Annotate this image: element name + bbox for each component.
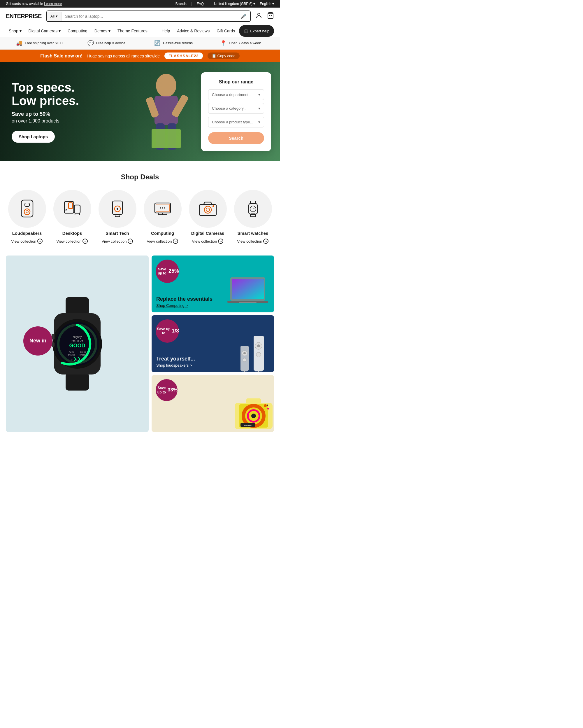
cart-icon[interactable]	[267, 12, 274, 20]
deal-smart-watches-link[interactable]: View collection →	[237, 239, 269, 244]
svg-rect-70	[255, 371, 262, 372]
smart-tech-arrow-icon: →	[128, 239, 133, 244]
svg-rect-40	[65, 297, 89, 315]
account-icon[interactable]	[255, 12, 262, 20]
deal-loudspeakers-link[interactable]: View collection →	[11, 239, 43, 244]
computing-icon-circle	[144, 190, 182, 228]
nav-advice-reviews[interactable]: Advice & Reviews	[174, 25, 213, 37]
topbar-left: Gift cards now available Learn more	[6, 2, 62, 6]
hero-title: Top specs. Low prices.	[12, 81, 79, 108]
deal-loudspeakers-name: Loudspeakers	[12, 231, 42, 236]
search-input[interactable]	[61, 12, 237, 21]
department-dropdown[interactable]: Choose a department... ▾	[208, 89, 264, 100]
promo-treat-title: Treat yourself...	[156, 356, 195, 362]
svg-text:charge: charge	[68, 354, 75, 356]
svg-rect-19	[113, 201, 122, 214]
promo-replace-title: Replace the essentials	[156, 296, 213, 302]
learn-more-link[interactable]: Learn more	[44, 2, 62, 6]
deal-computing[interactable]: Computing View collection →	[141, 190, 184, 244]
deal-digital-cameras-link[interactable]: View collection →	[192, 239, 224, 244]
desktops-arrow-icon: →	[83, 239, 88, 244]
logo[interactable]: ENTERPRISE	[6, 13, 42, 20]
svg-point-17	[65, 209, 67, 210]
product-type-dropdown[interactable]: Choose a product type... ▾	[208, 117, 264, 127]
svg-point-32	[206, 208, 210, 211]
hero-content: Top specs. Low prices. Save up to 50% on…	[12, 81, 79, 142]
nav-theme-features[interactable]: Theme Features	[115, 25, 150, 37]
nav-digital-cameras[interactable]: Digital Cameras ▾	[26, 25, 63, 37]
region-selector[interactable]: United Kingdom (GBP £) ▾	[214, 2, 255, 6]
svg-text:GOOD: GOOD	[69, 343, 85, 348]
deal-computing-link[interactable]: View collection →	[147, 239, 178, 244]
svg-rect-60	[239, 302, 256, 303]
save-third-badge: Save up to1/3	[156, 319, 179, 343]
save-33-badge: Save up to33%	[156, 379, 177, 401]
promo-camera[interactable]: Save up to33% NIKON	[151, 375, 274, 432]
hero-title-line2: Low prices.	[12, 94, 79, 108]
flash-sale-code: FLASHSALE23	[164, 52, 202, 59]
search-category-dropdown[interactable]: All ▾	[47, 12, 61, 21]
brands-link[interactable]: Brands	[175, 2, 187, 6]
nav-computing[interactable]: Computing	[65, 25, 90, 37]
svg-rect-72	[242, 371, 247, 372]
deal-digital-cameras-name: Digital Cameras	[191, 231, 224, 236]
hero-title-line1: Top specs.	[12, 80, 75, 94]
shipping-icon: 🚚	[16, 40, 23, 46]
shop-range-card: Shop our range Choose a department... ▾ …	[201, 72, 271, 151]
header-icons	[255, 12, 274, 20]
nav-right: Help Advice & Reviews Gift Cards 🎧 Exper…	[159, 25, 274, 37]
shop-laptops-button[interactable]: Shop Laptops	[12, 131, 55, 142]
faq-link[interactable]: FAQ	[197, 2, 204, 6]
promo-small-column: Save up to25% Replace the essentials	[151, 256, 274, 432]
deal-desktops[interactable]: Desktops View collection →	[51, 190, 93, 244]
new-in-text: New in	[29, 338, 46, 344]
deal-digital-cameras[interactable]: Digital Cameras View collection →	[187, 190, 229, 244]
shop-range-search-button[interactable]: Search	[208, 132, 264, 144]
deal-loudspeakers[interactable]: Loudspeakers View collection →	[6, 190, 48, 244]
deal-smart-watches[interactable]: Smart watches View collection →	[232, 190, 274, 244]
main-nav: Shop ▾ Digital Cameras ▾ Computing Demos…	[0, 25, 280, 37]
location-icon: 📍	[220, 40, 226, 46]
svg-point-0	[258, 13, 260, 16]
nav-left: Shop ▾ Digital Cameras ▾ Computing Demos…	[6, 25, 159, 37]
svg-text:POLAR: POLAR	[72, 359, 83, 361]
copy-code-button[interactable]: 📋 Copy code	[207, 52, 240, 59]
top-bar: Gift cards now available Learn more Bran…	[0, 0, 280, 7]
microphone-icon[interactable]: 🎤	[237, 11, 250, 21]
promo-treat-yourself[interactable]: Save up to1/3 Treat yourself.	[151, 315, 274, 372]
smart-watches-icon-circle	[234, 190, 272, 228]
expert-help-label: Expert help	[250, 29, 269, 33]
returns-icon: 🔄	[154, 40, 161, 46]
expert-help-button[interactable]: 🎧 Expert help	[239, 25, 274, 37]
language-selector[interactable]: English ▾	[260, 2, 274, 6]
promo-replace-essentials[interactable]: Save up to25% Replace the essentials	[151, 256, 274, 312]
desktops-icon-circle	[53, 190, 91, 228]
svg-point-64	[256, 352, 261, 357]
nav-shop[interactable]: Shop ▾	[6, 25, 25, 37]
computing-arrow-icon: →	[173, 239, 178, 244]
svg-point-81	[264, 404, 267, 407]
promo-treat-link[interactable]: Shop loudspeakers >	[156, 363, 195, 367]
copy-code-label: Copy code	[218, 54, 235, 58]
nav-gift-cards[interactable]: Gift Cards	[214, 25, 238, 37]
promo-treat-yourself-text: Treat yourself... Shop loudspeakers >	[156, 356, 195, 367]
promo-new-in[interactable]: New in Nightly recharge GOOD ANS charge …	[6, 256, 149, 432]
laptop-illustration	[224, 275, 271, 312]
category-dropdown[interactable]: Choose a category... ▾	[208, 103, 264, 114]
topbar-right: Brands | FAQ | United Kingdom (GBP £) ▾ …	[175, 2, 274, 6]
nav-help[interactable]: Help	[159, 25, 173, 37]
promo-bottom-row: Save up to33% NIKON	[151, 375, 274, 432]
hero-sub2: on over 1,000 products!	[12, 119, 79, 124]
deal-smart-tech[interactable]: Smart Tech View collection →	[96, 190, 138, 244]
svg-point-10	[24, 209, 30, 215]
deal-desktops-link[interactable]: View collection →	[57, 239, 88, 244]
svg-rect-78	[246, 398, 261, 404]
promo-replace-link[interactable]: Shop Computing >	[156, 303, 213, 308]
deal-smart-tech-link[interactable]: View collection →	[102, 239, 133, 244]
flash-sale-title: Flash Sale now on!	[40, 53, 83, 59]
nav-demos[interactable]: Demos ▾	[91, 25, 113, 37]
hero-section: Top specs. Low prices. Save up to 50% on…	[0, 62, 280, 161]
promo-replace-essentials-text: Replace the essentials Shop Computing >	[156, 296, 213, 308]
department-label: Choose a department...	[212, 93, 252, 97]
svg-point-82	[267, 408, 269, 410]
